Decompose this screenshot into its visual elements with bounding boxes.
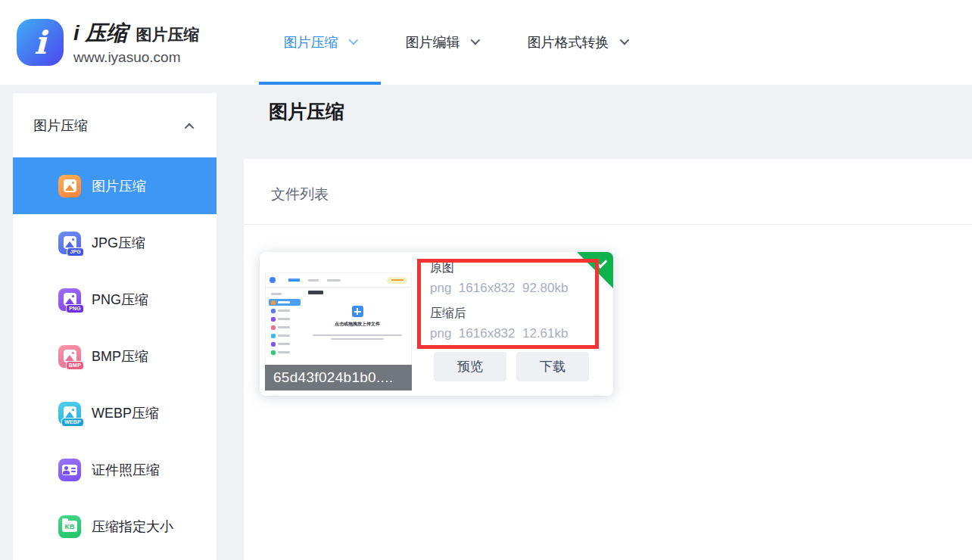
upload-plus-icon	[352, 306, 363, 317]
sidebar: 图片压缩 图片压缩 JPG JPG压缩 PNG PNG压缩 BMP BMP压缩 …	[13, 93, 217, 560]
sidebar-item-image-compress[interactable]: 图片压缩	[13, 157, 217, 214]
mini-action-button	[387, 277, 407, 284]
file-list-title: 文件列表	[271, 185, 329, 204]
chevron-down-icon	[619, 35, 629, 45]
chevron-down-icon	[348, 35, 358, 45]
download-button[interactable]: 下载	[516, 352, 589, 381]
sidebar-item-png-compress[interactable]: PNG PNG压缩	[13, 271, 217, 328]
image-compress-icon	[58, 175, 81, 198]
compressed-label: 压缩后	[430, 306, 568, 322]
nav-tab-image-compress[interactable]: 图片压缩	[259, 0, 381, 85]
chevron-down-icon	[470, 35, 480, 45]
logo-letter: i	[34, 24, 46, 61]
page-title: 图片压缩	[269, 99, 344, 124]
sidebar-item-jpg-compress[interactable]: JPG JPG压缩	[13, 214, 217, 271]
original-info: png 1616x832 92.80kb	[430, 281, 568, 296]
sidebar-group-toggle[interactable]: 图片压缩	[13, 93, 217, 157]
thumbnail-mini-ui: 点击或拖拽按上传文件	[266, 273, 411, 365]
chevron-up-icon	[185, 123, 195, 133]
nav-tab-label: 图片压缩	[284, 33, 338, 51]
brand-title: i 压缩	[73, 19, 128, 48]
brand-subtitle: 图片压缩	[136, 24, 200, 45]
file-thumbnail[interactable]: 点击或拖拽按上传文件 65d43f024b1b0....	[265, 257, 412, 390]
nav-tab-label: 图片格式转换	[528, 33, 609, 51]
sidebar-group-title: 图片压缩	[33, 117, 88, 135]
sidebar-item-label: 图片压缩	[92, 177, 146, 195]
kb-size-icon: KB	[58, 515, 81, 538]
nav-tab-format-convert[interactable]: 图片格式转换	[503, 0, 652, 85]
sidebar-item-target-size-compress[interactable]: KB 压缩指定大小	[13, 498, 217, 555]
brand-domain: www.iyasuo.com	[73, 49, 200, 66]
sidebar-item-label: PNG压缩	[92, 291, 148, 309]
file-info: 原图 png 1616x832 92.80kb 压缩后 png 1616x832…	[430, 260, 568, 341]
upload-hint-text: 点击或拖拽按上传文件	[335, 321, 380, 328]
divider	[244, 224, 972, 225]
brand-text: i 压缩 图片压缩 www.iyasuo.com	[73, 19, 200, 66]
sidebar-item-label: 压缩指定大小	[92, 518, 173, 536]
sidebar-item-bmp-compress[interactable]: BMP BMP压缩	[13, 328, 217, 384]
jpg-compress-icon: JPG	[58, 232, 81, 254]
sidebar-item-webp-compress[interactable]: WEBP WEBP压缩	[13, 384, 217, 441]
sidebar-item-label: JPG压缩	[92, 234, 145, 252]
compressed-info: png 1616x832 12.61kb	[430, 326, 568, 341]
file-name-overlay: 65d43f024b1b0....	[265, 365, 412, 390]
png-compress-icon: PNG	[58, 288, 81, 311]
mini-main-area: 点击或拖拽按上传文件	[304, 288, 411, 363]
bmp-compress-icon: BMP	[58, 345, 81, 368]
nav-tab-image-edit[interactable]: 图片编辑	[381, 0, 503, 85]
sidebar-item-label: 证件照压缩	[92, 461, 160, 479]
id-photo-icon	[58, 459, 81, 481]
file-tile: 点击或拖拽按上传文件 65d43f024b1b0.... 原图 png 1616…	[260, 252, 613, 396]
sidebar-item-label: BMP压缩	[92, 347, 148, 366]
top-header: i i 压缩 图片压缩 www.iyasuo.com 图片压缩 图片编辑 图片格…	[0, 0, 972, 85]
preview-button[interactable]: 预览	[434, 352, 506, 381]
sidebar-item-label: WEBP压缩	[92, 404, 159, 422]
mini-sidebar	[266, 288, 304, 363]
brand-logo-icon: i	[17, 19, 64, 66]
sidebar-item-idphoto-compress[interactable]: 证件照压缩	[13, 441, 217, 498]
brand-logo[interactable]: i i 压缩 图片压缩 www.iyasuo.com	[17, 19, 200, 66]
check-icon	[597, 258, 607, 268]
webp-compress-icon: WEBP	[58, 402, 81, 425]
main-nav: 图片压缩 图片编辑 图片格式转换	[259, 0, 652, 85]
original-label: 原图	[430, 260, 568, 276]
file-list-card: 文件列表	[244, 159, 972, 560]
nav-tab-label: 图片编辑	[406, 33, 460, 51]
mini-logo-icon	[269, 277, 276, 283]
